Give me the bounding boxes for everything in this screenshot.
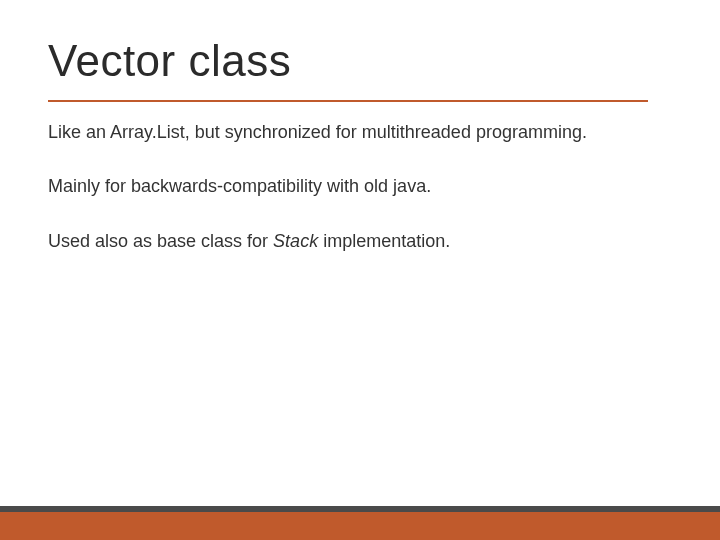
footer-band: [0, 512, 720, 540]
slide-body: Like an Array.List, but synchronized for…: [48, 120, 658, 283]
body-paragraph: Used also as base class for Stack implem…: [48, 229, 658, 253]
title-underline: [48, 100, 648, 102]
body-paragraph: Mainly for backwards-compatibility with …: [48, 174, 658, 198]
body-emphasis: Stack: [273, 231, 318, 251]
slide-title: Vector class: [48, 36, 291, 86]
slide: Vector class Like an Array.List, but syn…: [0, 0, 720, 540]
body-text: Used also as base class for: [48, 231, 273, 251]
slide-footer: [0, 506, 720, 540]
body-text: implementation.: [318, 231, 450, 251]
body-paragraph: Like an Array.List, but synchronized for…: [48, 120, 658, 144]
